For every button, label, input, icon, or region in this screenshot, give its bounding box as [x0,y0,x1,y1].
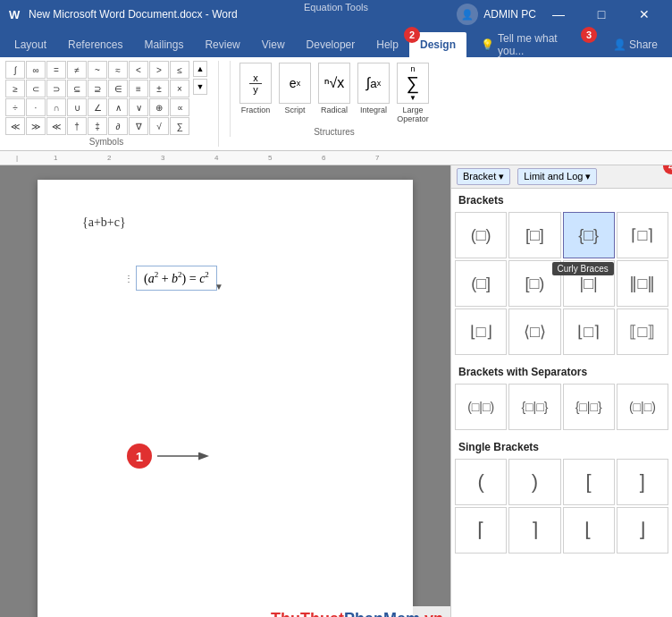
fraction-icon: x y [239,63,272,104]
tab-mailings[interactable]: Mailings [133,32,194,57]
integral-button[interactable]: ∫ax Integral [356,61,391,116]
radical-button[interactable]: ⁿ√x Radical [316,61,352,116]
script-label: Script [284,106,305,114]
equation-tools-label: Equation Tools [304,0,368,14]
sym-pm[interactable]: ± [149,80,169,97]
sep-bracket-3[interactable]: {□|□} [563,384,615,430]
tab-help[interactable]: Help 2 [365,32,409,57]
sym-eq[interactable]: = [46,61,66,79]
ribbon-divider-1 [218,61,219,147]
badge-2: 2 [404,27,420,43]
sym-oplus[interactable]: ⊕ [149,98,169,116]
bracket-angle[interactable]: ⟨□⟩ [508,308,560,355]
single-lceil[interactable]: ⌈ [455,507,507,554]
bracket-floor[interactable]: ⌊□⌋ [455,308,507,355]
sep-bracket-1[interactable]: (□|□) [455,384,507,430]
symbols-section: ∫ ∞ = ≠ ~ ≈ < > ≤ ≥ ⊂ ⊃ ⊆ ⊇ ∈ ≡ ± [5,61,207,147]
sym-prop[interactable]: ∝ [170,98,189,116]
single-rfloor[interactable]: ⌋ [617,507,668,554]
sym-cap[interactable]: ∩ [46,98,66,116]
sep-bracket-4[interactable]: (□|□) [617,384,668,430]
close-button[interactable]: ✕ [624,0,665,29]
sym-gt[interactable]: > [149,61,169,79]
single-lparen[interactable]: ( [455,459,507,505]
ribbon: Layout References Mailings Review View D… [0,29,672,57]
panel-header: Bracket ▾ Limit and Log ▾ 4 [451,165,672,189]
sym-nav: ▲ ▼ [193,61,207,95]
maximize-button[interactable]: □ [581,0,622,29]
sym-subset[interactable]: ⊂ [26,80,46,97]
sym-lt[interactable]: < [129,61,148,79]
sym-sum[interactable]: ∑ [170,117,189,135]
badge-3: 3 [581,27,597,43]
sym-llarr[interactable]: ≪ [5,117,25,135]
script-button[interactable]: ex Script [277,61,313,116]
bracket-btn-label: Bracket ▾ [463,171,504,182]
bracket-square[interactable]: [□] [508,212,560,258]
user-avatar: 👤 [457,4,478,25]
single-rparen[interactable]: ) [508,459,560,505]
sym-dot[interactable]: · [26,98,46,116]
bracket-dropdown-button[interactable]: Bracket ▾ [457,168,510,185]
tab-share[interactable]: 👤 Share [602,32,668,57]
sym-infinity[interactable]: ∞ [26,61,46,79]
bracket-mixed1[interactable]: (□] [455,260,507,307]
curly-braces-tooltip: Curly Braces [552,262,614,275]
sym-approx[interactable]: ≈ [108,61,128,79]
sym-tilde[interactable]: ~ [88,61,107,79]
sym-angle[interactable]: ∠ [88,98,107,116]
sym-div[interactable]: ÷ [5,98,25,116]
large-operator-icon: n ∑ ▼ [397,63,429,104]
bracket-curly[interactable]: {□} Curly Braces [563,212,615,258]
integral-label: Integral [360,106,387,114]
document-area[interactable]: {a+b+c} ⋮ (a2 + b2) = c2 ▼ 1 ThuThuatPha… [0,165,450,617]
sym-equiv[interactable]: ≡ [129,80,148,97]
sym-gte[interactable]: ≥ [5,80,25,97]
tab-layout[interactable]: Layout [4,32,57,57]
sym-subseteq[interactable]: ⊆ [67,80,87,97]
limit-log-dropdown-button[interactable]: Limit and Log ▾ 4 [517,168,597,185]
sym-f[interactable]: † [67,117,87,135]
single-lsq[interactable]: [ [563,459,615,505]
tab-review[interactable]: Review [194,32,250,57]
sym-sqrt[interactable]: √ [149,117,169,135]
tab-view[interactable]: View [251,32,296,57]
sym-nabla[interactable]: ∇ [129,117,148,135]
sym-in[interactable]: ∈ [108,80,128,97]
sym-or[interactable]: ∨ [129,98,148,116]
sym-integral[interactable]: ∫ [5,61,25,79]
structures-title: Structures [314,127,355,137]
single-rsq[interactable]: ] [617,459,668,505]
sym-scroll-down[interactable]: ▼ [193,79,207,95]
sym-scroll-up[interactable]: ▲ [193,61,207,77]
minimize-button[interactable]: — [538,0,579,29]
tab-references[interactable]: References [57,32,133,57]
sym-times[interactable]: × [170,80,189,97]
sym-neq[interactable]: ≠ [67,61,87,79]
sym-cup[interactable]: ∪ [67,98,87,116]
tab-developer[interactable]: Developer [296,32,366,57]
sym-and[interactable]: ∧ [108,98,128,116]
bracket-dbl-square[interactable]: ⟦□⟧ [617,308,668,355]
fraction-button[interactable]: x y Fraction [238,61,273,116]
sym-lte[interactable]: ≤ [170,61,189,79]
sym-supset[interactable]: ⊃ [46,80,66,97]
watermark-text: ThuThuat [271,610,344,617]
bracket-norm[interactable]: ‖□‖ [617,260,668,307]
sym-rlarr[interactable]: ≫ [26,117,46,135]
bracket-round[interactable]: (□) [455,212,507,258]
bracket-ceiling[interactable]: ⌈□⌉ [617,212,668,258]
sep-bracket-2[interactable]: {□|□} [508,384,560,430]
equation-dropdown[interactable]: ▼ [214,282,223,292]
equation-box[interactable]: ⋮ (a2 + b2) = c2 ▼ [136,266,217,291]
equation-handle[interactable]: ⋮ [124,273,133,283]
large-operator-button[interactable]: n ∑ ▼ LargeOperator [395,61,431,125]
single-brackets-section: Single Brackets ( ) [ ] ⌈ ⌉ ⌊ ⌋ [451,435,672,559]
single-lfloor[interactable]: ⌊ [563,507,615,554]
sym-partial[interactable]: ∂ [108,117,128,135]
bracket-mix2[interactable]: ⌊□⌉ [563,308,615,355]
sym-supseteq[interactable]: ⊇ [88,80,107,97]
sym-dagger[interactable]: ‡ [88,117,107,135]
sym-ll[interactable]: ≪ [46,117,66,135]
single-rceil[interactable]: ⌉ [508,507,560,554]
